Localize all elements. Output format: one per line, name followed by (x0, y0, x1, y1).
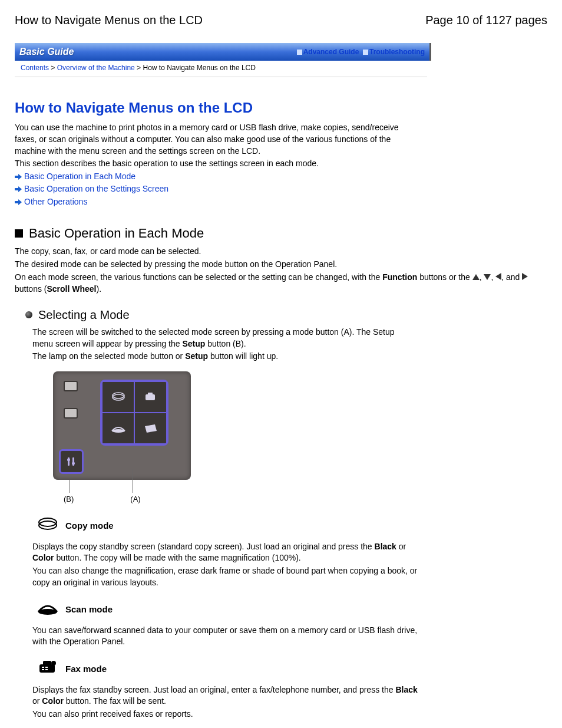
callouts: (B) (A) (64, 494, 547, 505)
intro-p1: You can use the machine to print photos … (15, 122, 404, 157)
svg-marker-9 (522, 273, 528, 280)
scan-mode-heading: Scan mode (36, 599, 547, 620)
sel-p1: The screen will be switched to the selec… (32, 327, 409, 350)
scan-mode-icon (36, 599, 59, 620)
page-header: How to Navigate Menus on the LCD Page 10… (15, 12, 547, 28)
troubleshooting-link[interactable]: Troubleshooting (369, 48, 425, 56)
fax-p1: Displays the fax standby screen. Just lo… (32, 684, 421, 707)
dot-bullet-icon (25, 311, 32, 318)
svg-rect-2 (15, 188, 18, 190)
guide-banner: Basic Guide Advanced Guide Troubleshooti… (15, 43, 431, 61)
copy-mode-icon (36, 515, 59, 536)
indicator-button-icon (64, 381, 78, 391)
svg-marker-3 (18, 186, 22, 192)
banner-title: Basic Guide (19, 45, 74, 58)
breadcrumb-overview[interactable]: Overview of the Machine (57, 64, 135, 72)
callout-line (70, 480, 70, 493)
triangle-right-icon (522, 272, 528, 284)
svg-marker-7 (484, 274, 491, 280)
s1-p3: On each mode screen, the various functio… (15, 272, 547, 295)
svg-rect-13 (148, 393, 153, 396)
svg-marker-15 (145, 424, 157, 433)
scan-grid-icon (102, 413, 134, 444)
callout-a: (A) (130, 494, 140, 505)
svg-rect-24 (43, 661, 51, 666)
anchor-other-ops[interactable]: Other Operations (24, 196, 87, 208)
triangle-left-icon (495, 272, 501, 284)
breadcrumb: Contents > Overview of the Machine > How… (15, 61, 427, 77)
triangle-down-icon (484, 272, 491, 284)
page-number: Page 10 of 1127 pages (425, 12, 547, 28)
svg-rect-29 (45, 669, 48, 670)
setup-button-icon (59, 449, 84, 474)
arrow-right-icon (15, 186, 22, 192)
scan-p1: You can save/forward scanned data to you… (32, 625, 421, 648)
arrow-right-icon (15, 199, 22, 205)
doc-title: How to Navigate Menus on the LCD (15, 12, 203, 28)
square-bullet-icon (363, 50, 368, 55)
mode-button-grid (100, 380, 168, 446)
svg-marker-1 (18, 174, 22, 180)
square-bullet-icon (15, 229, 23, 238)
svg-point-25 (51, 661, 56, 666)
triangle-up-icon (472, 272, 480, 284)
panel-box (53, 371, 191, 480)
breadcrumb-contents[interactable]: Contents (21, 64, 49, 72)
intro-p2: This section describes the basic operati… (15, 158, 547, 170)
operation-panel-figure: (B) (A) (53, 371, 547, 505)
breadcrumb-current: How to Navigate Menus on the LCD (143, 64, 255, 72)
copy-p2: You can also change the magnification, e… (32, 565, 421, 588)
anchor-link-row: Basic Operation in Each Mode (15, 171, 547, 183)
card-grid-icon (134, 413, 167, 444)
svg-point-18 (67, 459, 70, 462)
anchor-link-row: Other Operations (15, 196, 547, 208)
copy-grid-icon (102, 381, 134, 413)
banner-links: Advanced Guide Troubleshooting (297, 47, 425, 57)
fax-grid-icon (134, 381, 167, 413)
s1-p1: The copy, scan, fax, or card mode can be… (15, 246, 547, 258)
indicator-button-icon (64, 408, 78, 419)
section-basic-operation: Basic Operation in Each Mode (15, 225, 547, 243)
anchor-settings-screen[interactable]: Basic Operation on the Settings Screen (24, 183, 168, 195)
copy-p1: Displays the copy standby screen (standa… (32, 541, 421, 564)
anchor-basic-each-mode[interactable]: Basic Operation in Each Mode (24, 171, 135, 183)
svg-marker-5 (18, 199, 22, 205)
svg-point-19 (72, 462, 75, 465)
anchor-link-row: Basic Operation on the Settings Screen (15, 183, 547, 195)
svg-rect-26 (42, 667, 44, 668)
subsection-selecting-mode: Selecting a Mode (25, 307, 547, 323)
fax-mode-heading: Fax mode (36, 658, 547, 680)
svg-marker-6 (472, 274, 480, 280)
advanced-guide-link[interactable]: Advanced Guide (303, 48, 359, 56)
fax-mode-icon (36, 658, 59, 680)
svg-rect-23 (39, 664, 55, 673)
sel-p2: The lamp on the selected mode button or … (32, 351, 547, 363)
copy-mode-heading: Copy mode (36, 515, 547, 536)
svg-rect-0 (15, 176, 18, 178)
page-title: How to Navigate Menus on the LCD (15, 98, 547, 118)
svg-rect-4 (15, 201, 18, 203)
svg-marker-8 (495, 273, 501, 280)
callout-b: (B) (64, 494, 74, 505)
svg-rect-28 (42, 669, 44, 670)
square-bullet-icon (297, 50, 302, 55)
arrow-right-icon (15, 174, 22, 180)
fax-p2: You can also print received faxes or rep… (32, 709, 547, 720)
s1-p2: The desired mode can be selected by pres… (15, 259, 547, 271)
svg-point-14 (112, 429, 125, 433)
svg-rect-27 (45, 667, 48, 668)
callout-line (133, 469, 133, 493)
